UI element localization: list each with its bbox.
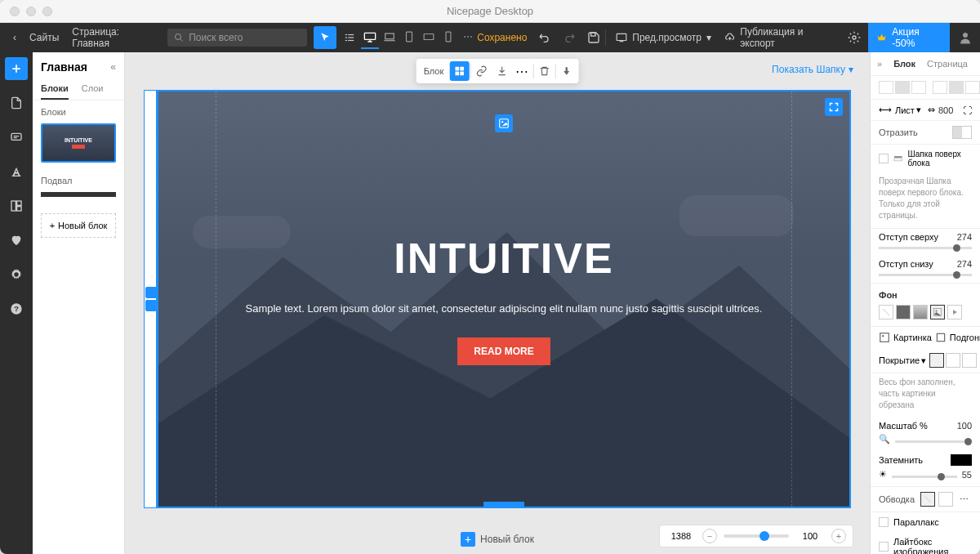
header-over-label: Шапка поверх блока (908, 150, 972, 168)
bt-link[interactable] (471, 61, 491, 81)
width-mode[interactable]: Лист ▾ (895, 105, 921, 115)
back-chevron[interactable]: ‹ (7, 32, 23, 43)
preview-button[interactable]: Пред.просмотр ▾ (609, 32, 718, 43)
gear-icon[interactable] (5, 263, 28, 286)
bg-video[interactable] (947, 305, 962, 319)
lightbox-checkbox[interactable] (879, 542, 889, 552)
canvas-width[interactable]: 1388 (666, 531, 696, 541)
zoom-slider[interactable] (724, 534, 789, 538)
device-more[interactable]: ⋯ (459, 26, 477, 49)
comment-icon[interactable] (5, 126, 28, 149)
image-icon[interactable] (495, 114, 513, 132)
collapse-right[interactable]: » (877, 59, 882, 69)
tab-block[interactable]: Блок (893, 57, 915, 70)
bt-delete[interactable] (534, 61, 554, 81)
help-icon[interactable]: ? (5, 297, 28, 320)
align-3[interactable] (911, 81, 926, 94)
minimize-window[interactable] (26, 7, 36, 16)
canvas[interactable]: INTUITIVE Sample text. Lorem ipsum dolor… (157, 90, 851, 508)
device-tablet-h[interactable] (420, 26, 438, 49)
cursor-tool[interactable] (314, 26, 336, 49)
hero-heading[interactable]: INTUITIVE (246, 234, 763, 283)
resize-bottom[interactable] (483, 502, 524, 508)
pad-bot-slider[interactable] (879, 274, 972, 276)
ruler-handle-1[interactable] (145, 287, 157, 298)
text-icon[interactable] (5, 160, 28, 183)
bt-download[interactable] (492, 61, 511, 81)
layout-icon[interactable] (5, 194, 28, 217)
darken-color[interactable] (951, 454, 972, 466)
tab-layers[interactable]: Слои (82, 78, 104, 100)
bt-layout[interactable] (449, 61, 469, 81)
align-2[interactable] (895, 81, 910, 94)
fit-button[interactable]: Подгонка (935, 332, 980, 343)
tab-blocks[interactable]: Блоки (41, 78, 69, 100)
stroke-solid[interactable] (938, 492, 953, 507)
close-window[interactable] (10, 7, 20, 16)
publish-button[interactable]: Публикация и экспорт (718, 26, 841, 49)
zoom-in[interactable]: + (831, 529, 846, 543)
sites-link[interactable]: Сайты (23, 32, 65, 43)
favorites-icon[interactable] (5, 229, 28, 252)
ruler-handle-2[interactable] (145, 300, 157, 311)
valign-3[interactable] (965, 81, 980, 94)
bg-image[interactable] (930, 305, 945, 319)
settings-button[interactable] (846, 29, 862, 46)
cover-opt-2[interactable] (946, 353, 960, 368)
zoom-out[interactable]: − (702, 529, 717, 543)
valign-1[interactable] (933, 81, 947, 94)
footer-thumbnail[interactable] (41, 192, 116, 197)
valign-2[interactable] (949, 81, 964, 94)
list-tool[interactable] (338, 26, 361, 49)
show-header-link[interactable]: Показать Шапку ▾ (772, 64, 853, 75)
stroke-more[interactable]: ⋯ (956, 494, 972, 505)
collapse-left[interactable]: « (110, 61, 116, 73)
reflect-toggle[interactable] (952, 126, 972, 139)
bg-none[interactable] (879, 305, 893, 319)
image-picker[interactable]: Картинка (879, 332, 932, 343)
ruler-left[interactable] (144, 90, 157, 508)
zoom-percent[interactable]: 100 (795, 531, 825, 541)
redo-button[interactable] (561, 29, 577, 46)
scale-slider[interactable] (895, 440, 972, 443)
cover-dropdown[interactable]: Покрытие ▾ (879, 355, 926, 366)
scale-value[interactable]: 100 (957, 421, 972, 431)
pad-bot-value[interactable]: 274 (957, 259, 972, 269)
cover-opt-3[interactable] (962, 353, 977, 368)
add-block-button[interactable]: + Новый блок (461, 532, 534, 547)
new-block-button[interactable]: + Новый блок (41, 213, 116, 238)
maximize-window[interactable] (42, 7, 52, 16)
device-desktop[interactable] (361, 26, 379, 49)
user-avatar[interactable] (956, 29, 973, 47)
hero-text[interactable]: Sample text. Lorem ipsum dolor sit amet,… (246, 302, 763, 315)
save-button[interactable] (586, 29, 602, 46)
expand-button[interactable] (825, 98, 843, 116)
pad-top-value[interactable]: 274 (957, 232, 972, 242)
svg-rect-26 (460, 72, 464, 76)
parallax-checkbox[interactable] (879, 517, 889, 527)
stroke-none[interactable] (920, 492, 935, 507)
bt-arrow-down[interactable] (556, 61, 576, 81)
tab-page[interactable]: Страница (927, 57, 968, 70)
bt-more[interactable]: ⋯ (512, 61, 532, 81)
block-thumbnail[interactable]: INTUITIVE (41, 123, 116, 163)
bg-gradient[interactable] (913, 305, 928, 319)
pad-top-slider[interactable] (879, 247, 972, 249)
promo-button[interactable]: Акция -50% (868, 21, 950, 54)
add-element-button[interactable] (5, 57, 28, 80)
device-tablet[interactable] (400, 26, 418, 49)
read-more-button[interactable]: READ MORE (457, 337, 550, 365)
header-over-checkbox[interactable] (879, 154, 889, 163)
undo-button[interactable] (537, 29, 553, 46)
page-breadcrumb[interactable]: Страница: Главная (65, 26, 161, 49)
bg-color[interactable] (896, 305, 911, 319)
search-input[interactable]: Поиск всего (167, 29, 307, 47)
width-value[interactable]: 800 (938, 105, 953, 115)
align-1[interactable] (879, 81, 893, 94)
device-phone[interactable] (439, 26, 457, 49)
darken-slider[interactable] (892, 476, 957, 478)
cover-opt-1[interactable] (929, 353, 944, 368)
device-laptop[interactable] (381, 26, 399, 49)
responsive-icon[interactable]: ⛶ (963, 105, 972, 115)
page-icon[interactable] (5, 92, 28, 114)
